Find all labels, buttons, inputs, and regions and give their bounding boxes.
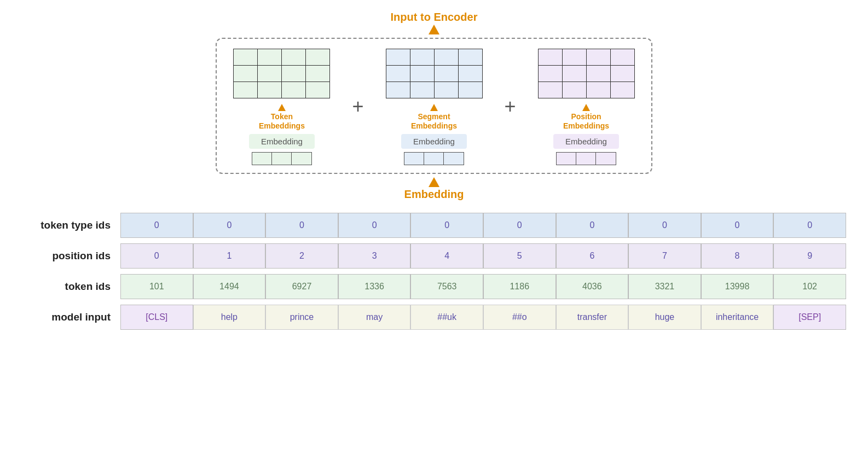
position-embed-pill: Embedding <box>553 134 619 149</box>
token-type-cell-2: 0 <box>265 213 338 238</box>
segment-embed-arrow <box>430 104 438 111</box>
token-id-cell-5: 1186 <box>483 274 556 299</box>
plus-2: + <box>505 95 516 118</box>
model-input-cell-3: may <box>338 305 411 330</box>
position-cell-7: 7 <box>628 243 701 269</box>
embedding-main-label: Embedding <box>404 188 464 201</box>
position-cell-6: 6 <box>556 243 629 269</box>
position-embedding-grid <box>538 49 635 98</box>
token-type-cell-4: 0 <box>410 213 483 238</box>
token-embed-pill: Embedding <box>249 134 315 149</box>
model-input-label: model input <box>22 311 120 323</box>
token-type-cell-5: 0 <box>483 213 556 238</box>
token-ids-label: token ids <box>22 281 120 293</box>
input-to-encoder-label: Input to Encoder <box>391 11 478 24</box>
token-ids-cells: 101 1494 6927 1336 7563 1186 4036 3321 1… <box>120 274 846 299</box>
token-type-cell-7: 0 <box>628 213 701 238</box>
input-to-encoder-arrow <box>429 25 439 34</box>
token-type-ids-row: token type ids 0 0 0 0 0 0 0 0 0 0 <box>22 213 846 238</box>
token-id-cell-0: 101 <box>120 274 193 299</box>
position-ids-label: position ids <box>22 250 120 262</box>
token-type-cell-8: 0 <box>701 213 774 238</box>
embedding-main-arrow <box>429 177 439 187</box>
position-cell-9: 9 <box>773 243 846 269</box>
model-input-cell-0: [CLS] <box>120 305 193 330</box>
segment-embed-type-label: SegmentEmbeddings <box>411 112 457 131</box>
token-embedding-block: TokenEmbeddings Embedding <box>233 49 330 165</box>
position-cell-1: 1 <box>193 243 266 269</box>
token-embed-label-row: TokenEmbeddings <box>259 104 305 134</box>
position-embed-type-label: PositionEmbeddings <box>563 112 609 131</box>
token-type-cell-9: 0 <box>773 213 846 238</box>
segment-embed-label-row: SegmentEmbeddings <box>411 104 457 134</box>
token-embedding-grid <box>233 49 330 98</box>
model-input-cell-2: prince <box>265 305 338 330</box>
position-embed-label-row: PositionEmbeddings <box>563 104 609 134</box>
position-ids-cells: 0 1 2 3 4 5 6 7 8 9 <box>120 243 846 269</box>
position-cell-0: 0 <box>120 243 193 269</box>
position-cell-4: 4 <box>410 243 483 269</box>
position-cell-2: 2 <box>265 243 338 269</box>
model-input-cell-6: transfer <box>556 305 629 330</box>
model-input-cell-9: [SEP] <box>773 305 846 330</box>
token-id-cell-8: 13998 <box>701 274 774 299</box>
segment-embedding-block: SegmentEmbeddings Embedding <box>386 49 483 165</box>
token-id-cell-2: 6927 <box>265 274 338 299</box>
plus-1: + <box>352 95 363 118</box>
model-input-cell-1: help <box>193 305 266 330</box>
model-input-cell-8: inheritance <box>701 305 774 330</box>
token-id-cell-6: 4036 <box>556 274 629 299</box>
model-input-cell-4: ##uk <box>410 305 483 330</box>
token-ids-row: token ids 101 1494 6927 1336 7563 1186 4… <box>22 274 846 299</box>
model-input-cell-7: huge <box>628 305 701 330</box>
token-id-cell-7: 3321 <box>628 274 701 299</box>
model-input-row: model input [CLS] help prince may ##uk #… <box>22 305 846 330</box>
embed-arrow-section: Embedding <box>404 177 464 201</box>
position-cell-8: 8 <box>701 243 774 269</box>
model-input-cell-5: ##o <box>483 305 556 330</box>
position-embedding-block: PositionEmbeddings Embedding <box>538 49 635 165</box>
main-container: Input to Encoder TokenEmbeddings Embeddi… <box>0 0 868 472</box>
token-id-cell-4: 7563 <box>410 274 483 299</box>
segment-embed-pill: Embedding <box>401 134 467 149</box>
segment-embedding-grid <box>386 49 483 98</box>
token-id-cell-9: 102 <box>773 274 846 299</box>
model-input-cells: [CLS] help prince may ##uk ##o transfer … <box>120 305 846 330</box>
token-type-ids-label: token type ids <box>22 219 120 231</box>
position-cell-5: 5 <box>483 243 556 269</box>
token-id-cell-3: 1336 <box>338 274 411 299</box>
input-to-encoder: Input to Encoder <box>391 11 478 36</box>
token-type-cell-6: 0 <box>556 213 629 238</box>
token-type-cell-0: 0 <box>120 213 193 238</box>
position-cell-3: 3 <box>338 243 411 269</box>
position-ids-row: position ids 0 1 2 3 4 5 6 7 8 9 <box>22 243 846 269</box>
token-embed-type-label: TokenEmbeddings <box>259 112 305 131</box>
position-mini-grid <box>556 152 616 165</box>
token-mini-grid <box>252 152 312 165</box>
dashed-box: TokenEmbeddings Embedding + <box>216 38 652 174</box>
segment-mini-grid <box>404 152 464 165</box>
token-type-ids-cells: 0 0 0 0 0 0 0 0 0 0 <box>120 213 846 238</box>
rows-section: token type ids 0 0 0 0 0 0 0 0 0 0 posit… <box>22 213 846 330</box>
position-embed-arrow <box>582 104 590 111</box>
token-embed-arrow <box>278 104 286 111</box>
token-id-cell-1: 1494 <box>193 274 266 299</box>
top-section: Input to Encoder TokenEmbeddings Embeddi… <box>22 11 846 203</box>
token-type-cell-1: 0 <box>193 213 266 238</box>
token-type-cell-3: 0 <box>338 213 411 238</box>
